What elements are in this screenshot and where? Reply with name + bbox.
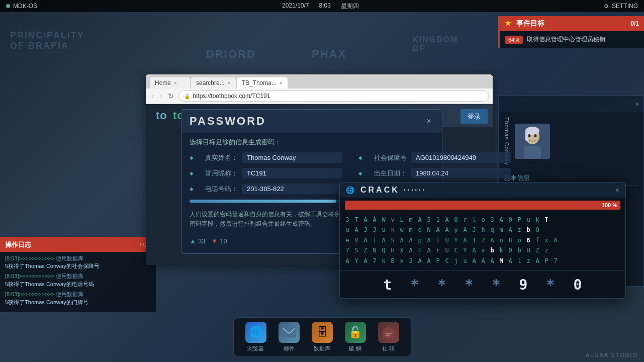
like-count: 33 bbox=[198, 237, 205, 245]
crack-title: 🌐 CRACK ······ bbox=[346, 186, 426, 195]
taskbar-label-db: 数据库 bbox=[314, 345, 330, 352]
label-birthday: 出生日期： bbox=[366, 169, 407, 178]
settings-button[interactable]: ⚙ SETTING bbox=[604, 3, 638, 10]
profile-avatar-row: Thomas Conway bbox=[504, 117, 638, 165]
dislike-count: 10 bbox=[220, 237, 227, 245]
map-label-1: PRINCIPALITYOF BRAPIA bbox=[10, 30, 84, 51]
crack-progress-pct: 100 % bbox=[602, 202, 617, 208]
crack-matrix: 3TAAWvL mA51A0rl o3A0PukT uAJJukw moNAAy… bbox=[340, 213, 625, 268]
tab-home-close[interactable]: × bbox=[174, 80, 177, 86]
dialog-header: PASSWORD × bbox=[181, 110, 442, 133]
thumbs-up-icon: ▲ bbox=[190, 237, 196, 245]
login-button-area: 登录 bbox=[461, 109, 488, 124]
mission-title-row: ★ 事件目标 bbox=[505, 19, 544, 28]
log-result-1: \\获得了Thomas Conway的社会保障号 bbox=[5, 263, 100, 269]
svg-point-6 bbox=[534, 134, 537, 137]
profile-close-button[interactable]: × bbox=[635, 100, 639, 108]
like-down-item[interactable]: ▼ 10 bbox=[211, 237, 227, 245]
footer-likes: ▲ 33 ▼ 10 bbox=[190, 237, 227, 245]
field-bullet-4: ◆ bbox=[358, 155, 362, 160]
taskbar-item-social[interactable]: 社 联 bbox=[374, 322, 404, 352]
tab-home-label: Home bbox=[155, 79, 171, 86]
top-bar-center: 2021/10/7 8:03 星期四 bbox=[282, 2, 359, 11]
nav-forward-button[interactable]: › bbox=[158, 92, 164, 100]
map-label-4: KINGDOMOF bbox=[412, 35, 458, 53]
nav-back-button[interactable]: ‹ bbox=[150, 92, 155, 100]
taskbar-item-mail[interactable]: 邮件 bbox=[274, 322, 304, 352]
op-log-title: 操作日志 bbox=[5, 240, 31, 249]
crack-char-1: t bbox=[382, 277, 394, 293]
field-bullet-5: ◆ bbox=[358, 170, 362, 176]
crack-progress-bar: 100 % bbox=[345, 201, 620, 210]
star-icon: ★ bbox=[505, 19, 511, 27]
gear-icon: ⚙ bbox=[604, 3, 609, 10]
taskbar-item-crack[interactable]: 🔓 破 解 bbox=[340, 322, 371, 352]
log-result-3: \\获得了Thomas Conway的门牌号 bbox=[5, 299, 88, 305]
label-real-name: 真实姓名： bbox=[198, 153, 238, 162]
top-bar: MDK-OS 2021/10/7 8:03 星期四 ⚙ SETTING bbox=[0, 0, 644, 12]
svg-rect-4 bbox=[524, 146, 541, 159]
tab-tb-close[interactable]: × bbox=[280, 80, 283, 86]
log-action-3: 使用数据库 bbox=[56, 291, 83, 297]
tab-home[interactable]: Home × bbox=[150, 77, 190, 88]
crack-char-6: 9 bbox=[517, 277, 529, 293]
field-bullet-1: ◆ bbox=[190, 155, 194, 160]
matrix-row-1: 3TAAWvL mA51A0rl o3A0PukT bbox=[345, 215, 620, 225]
mission-header: ★ 事件目标 0/1 bbox=[500, 16, 644, 31]
matrix-row-3: eVAiASA ApAiUYA1 ZAn8o8fxA bbox=[345, 235, 620, 245]
taskbar-item-browser[interactable]: 🌐 浏览器 bbox=[241, 322, 271, 352]
tab-search-close[interactable]: × bbox=[228, 80, 231, 86]
login-button[interactable]: 登录 bbox=[461, 109, 488, 124]
value-birthday: 1980.04.24 bbox=[411, 168, 511, 178]
url-bar[interactable]: 🔒 https://toothbook.com/TC191 bbox=[178, 90, 489, 102]
log-entry-1: [8:03]>>>>>>>>>>> 使用数据库 \\获得了Thomas Conw… bbox=[5, 255, 151, 270]
op-log-header: 操作日志 □ 展 bbox=[0, 238, 156, 252]
nav-refresh-button[interactable]: ↻ bbox=[166, 92, 175, 100]
taskbar-label-mail: 邮件 bbox=[284, 345, 295, 352]
site-name: to bbox=[156, 109, 167, 122]
label-nickname: 常用昵称： bbox=[198, 169, 238, 178]
value-ssn: AG01019800424949 bbox=[411, 152, 511, 163]
field-bullet-3: ◆ bbox=[190, 186, 194, 192]
mission-objective: 取得信息管理中心管理员秘钥 bbox=[527, 35, 605, 44]
field-real-name: ◆ 真实姓名： Thomas Conway bbox=[181, 150, 350, 165]
log-entry-2: [8:03]>>>>>>>>>>> 使用数据库 \\获得了Thomas Conw… bbox=[5, 273, 151, 288]
top-bar-left: MDK-OS bbox=[6, 3, 37, 10]
log-timestamp-2: [8:03]>>>>>>>>>>> bbox=[5, 273, 54, 279]
crack-close-button[interactable]: × bbox=[615, 186, 619, 194]
op-log-body: [8:03]>>>>>>>>>>> 使用数据库 \\获得了Thomas Conw… bbox=[0, 252, 156, 312]
crack-char-2: * bbox=[409, 277, 421, 293]
log-result-2: \\获得了Thomas Conway的电话号码 bbox=[5, 281, 94, 287]
social-icon bbox=[378, 322, 399, 343]
time-display: 8:03 bbox=[319, 2, 331, 11]
studio-label: ALUBA STUDIO bbox=[586, 352, 638, 358]
matrix-row-5: AYA7kBx 3AAPCjuA AAMAlzAP7 bbox=[345, 256, 620, 266]
taskbar-label-browser: 浏览器 bbox=[247, 345, 264, 352]
op-log: 操作日志 □ 展 [8:03]>>>>>>>>>>> 使用数据库 \\获得了Th… bbox=[0, 237, 156, 312]
dialog-title: PASSWORD bbox=[190, 115, 266, 128]
tab-search-label: searchre... bbox=[196, 79, 225, 86]
weekday-display: 星期四 bbox=[341, 2, 359, 11]
tab-tb-thomas[interactable]: TB_Thoma... × bbox=[237, 77, 288, 88]
crack-titlebar: 🌐 CRACK ······ × bbox=[340, 183, 625, 198]
tab-search[interactable]: searchre... × bbox=[191, 77, 236, 88]
os-name: MDK-OS bbox=[13, 3, 37, 10]
globe-icon: 🌐 bbox=[346, 186, 356, 194]
dialog-close-button[interactable]: × bbox=[424, 116, 434, 126]
avatar bbox=[515, 124, 550, 159]
svg-marker-8 bbox=[383, 326, 395, 338]
svg-point-5 bbox=[528, 134, 531, 137]
status-dot bbox=[6, 4, 10, 8]
like-up-item[interactable]: ▲ 33 bbox=[190, 237, 205, 245]
progress-fill bbox=[190, 200, 336, 203]
browser-tabs: Home × searchre... × TB_Thoma... × bbox=[146, 74, 493, 88]
field-phone: ◆ 电话号码： 201-385-822 bbox=[181, 181, 350, 197]
profile-panel-header: × bbox=[499, 96, 643, 112]
taskbar-item-db[interactable]: 🗄 数据库 bbox=[307, 322, 337, 352]
matrix-row-4: 7SZNQHX AFArUCYA xbk0bHZz bbox=[345, 245, 620, 255]
field-nickname: ◆ 常用昵称： TC191 bbox=[181, 165, 350, 181]
field-ssn: ◆ 社会保障号 AG01019800424949 bbox=[350, 150, 519, 165]
mission-body: 64% 取得信息管理中心管理员秘钥 bbox=[500, 31, 644, 48]
crack-char-5: * bbox=[490, 277, 502, 293]
crack-window: 🌐 CRACK ······ × 100 % 3TAAWvL mA51A0rl … bbox=[339, 182, 626, 299]
